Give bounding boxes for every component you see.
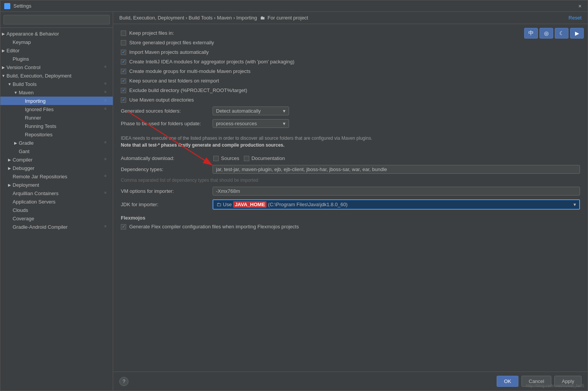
- toolbar-btn-4[interactable]: ▶: [570, 28, 584, 39]
- tree-arrow-icon: [19, 115, 25, 121]
- tree-label: Gradle: [19, 140, 103, 146]
- tree-label: Keymap: [13, 39, 110, 45]
- tree-arrow-icon: ▶: [6, 182, 13, 188]
- checkbox-label-store-generated[interactable]: Store generated project files externally: [121, 40, 214, 45]
- toolbar-btn-2[interactable]: ◎: [539, 28, 553, 39]
- tree-arrow-icon: [19, 123, 25, 129]
- sidebar-item-version-control[interactable]: ▶Version Control≡: [0, 63, 113, 71]
- sidebar-item-compiler[interactable]: ▶Compiler≡: [0, 155, 113, 164]
- tree-badge-icon: ≡: [104, 107, 110, 112]
- jdk-dropdown[interactable]: 🗀 Use JAVA_HOME (C:\Program Files\Java\j…: [213, 199, 580, 210]
- checkbox-label-keep-source[interactable]: Keep source and test folders on reimport: [121, 78, 219, 84]
- reset-button[interactable]: Reset: [569, 15, 582, 21]
- sidebar-item-ignored-files[interactable]: Ignored Files≡: [0, 105, 113, 113]
- app-icon: [4, 3, 10, 9]
- checkbox-create-groups[interactable]: [121, 69, 126, 74]
- sidebar-item-gradle[interactable]: ▶Gradle≡: [0, 139, 113, 147]
- sidebar-item-debugger[interactable]: ▶Debugger: [0, 164, 113, 172]
- sidebar-item-clouds[interactable]: Clouds: [0, 206, 113, 214]
- sidebar-item-running-tests[interactable]: Running Tests: [0, 122, 113, 130]
- checkbox-use-output[interactable]: [121, 97, 126, 103]
- sidebar-item-build-execution[interactable]: ▼Build, Execution, Deployment: [0, 71, 113, 80]
- tree-arrow-icon: ▼: [6, 81, 13, 87]
- generated-sources-label: Generated sources folders:: [121, 108, 209, 114]
- tree-label: Coverage: [13, 216, 110, 221]
- sidebar-item-runner[interactable]: Runner: [0, 113, 113, 122]
- checkbox-label-exclude-build[interactable]: Exclude build directory (%PROJECT_ROOT%/…: [121, 87, 247, 93]
- sidebar-item-plugins[interactable]: Plugins: [0, 55, 113, 63]
- search-input[interactable]: [3, 15, 110, 24]
- sidebar-item-gradle-android[interactable]: Gradle-Android Compiler≡: [0, 223, 113, 231]
- sidebar-item-maven[interactable]: ▼Maven≡: [0, 88, 113, 97]
- jdk-highlighted-text: JAVA_HOME: [233, 201, 266, 208]
- ok-button[interactable]: OK: [497, 376, 518, 387]
- toolbar-btn-1[interactable]: 中: [524, 28, 538, 39]
- search-box: [0, 12, 113, 28]
- tree-badge-icon: ≡: [104, 174, 110, 179]
- tree-label: Gant: [19, 149, 110, 154]
- checkbox-keep-project[interactable]: [121, 31, 126, 36]
- generated-sources-dropdown[interactable]: Detect automatically ▾: [213, 107, 289, 115]
- checkbox-label-create-groups[interactable]: Create module groups for multi-module Ma…: [121, 68, 250, 74]
- window-title: Settings: [13, 3, 576, 9]
- sidebar-item-keymap[interactable]: Keymap: [0, 38, 113, 46]
- phase-dropdown[interactable]: process-resources ▾: [213, 119, 289, 128]
- tree-label: Remote Jar Repositories: [13, 174, 103, 179]
- sources-checkbox[interactable]: [213, 156, 219, 161]
- checkbox-row-import-auto: Import Maven projects automatically: [121, 49, 580, 55]
- tree-arrow-icon: ▶: [13, 140, 19, 146]
- tree-arrow-icon: ▼: [0, 73, 6, 79]
- settings-panel: 中 ◎ ☾ ▶ Keep project files in:Store gene…: [113, 24, 588, 372]
- sidebar-item-importing[interactable]: Importing≡: [0, 97, 113, 105]
- checkbox-label-import-auto[interactable]: Import Maven projects automatically: [121, 49, 209, 55]
- folder-icon: 🗀: [216, 202, 221, 207]
- watermark: http://blog.csdn.net/huwei_fan5: [526, 383, 584, 388]
- tree-arrow-icon: ▶: [0, 47, 6, 53]
- checkbox-import-auto[interactable]: [121, 50, 126, 55]
- toolbar-icons: 中 ◎ ☾ ▶: [524, 28, 584, 39]
- titlebar: Settings ×: [0, 0, 588, 12]
- documentation-checkbox-label[interactable]: Documentation: [244, 155, 285, 161]
- toolbar-btn-3[interactable]: ☾: [555, 28, 569, 39]
- tree-label: Runner: [25, 115, 110, 121]
- sidebar-item-coverage[interactable]: Coverage: [0, 214, 113, 223]
- sidebar-item-editor[interactable]: ▶Editor: [0, 46, 113, 55]
- sidebar-item-remote-jar[interactable]: Remote Jar Repositories≡: [0, 172, 113, 181]
- sidebar-item-gant[interactable]: Gant: [0, 147, 113, 155]
- tree-label: Build Tools: [13, 81, 103, 87]
- auto-download-row: Automatically download: Sources Document…: [121, 155, 580, 161]
- checkbox-keep-source[interactable]: [121, 78, 126, 84]
- tree-arrow-icon: [19, 106, 25, 112]
- checkbox-label-keep-project[interactable]: Keep project files in:: [121, 30, 174, 36]
- documentation-checkbox[interactable]: [244, 156, 249, 161]
- tree-label: Appearance & Behavior: [6, 31, 110, 37]
- checkbox-store-generated[interactable]: [121, 40, 126, 45]
- close-button[interactable]: ×: [576, 2, 584, 10]
- checkbox-exclude-build[interactable]: [121, 88, 126, 93]
- tree-label: Application Servers: [13, 199, 110, 205]
- checkbox-label-create-modules[interactable]: Create IntelliJ IDEA modules for aggrega…: [121, 59, 294, 65]
- sidebar-item-app-servers[interactable]: Application Servers: [0, 197, 113, 206]
- checkbox-label-use-output[interactable]: Use Maven output directories: [121, 97, 194, 103]
- jdk-dropdown-arrow-icon: ▾: [573, 202, 576, 207]
- generated-sources-row: Generated sources folders: Detect automa…: [121, 107, 580, 115]
- checkboxes-container: Keep project files in:Store generated pr…: [121, 30, 580, 103]
- sidebar-item-build-tools[interactable]: ▼Build Tools≡: [0, 80, 113, 88]
- sidebar-item-appearance[interactable]: ▶Appearance & Behavior: [0, 29, 113, 38]
- flexmojos-checkbox[interactable]: [121, 224, 126, 229]
- vm-options-input[interactable]: [213, 187, 580, 196]
- sidebar-item-deployment[interactable]: ▶Deployment: [0, 181, 113, 189]
- dependency-types-input[interactable]: [213, 165, 580, 174]
- tree-arrow-icon: ▶: [6, 165, 13, 171]
- tree-label: Build, Execution, Deployment: [6, 73, 110, 79]
- checkbox-create-modules[interactable]: [121, 59, 126, 65]
- checkbox-text-keep-project: Keep project files in:: [129, 30, 174, 36]
- dropdown-arrow-icon: ▾: [283, 108, 286, 114]
- sidebar: ▶Appearance & BehaviorKeymap▶EditorPlugi…: [0, 12, 113, 391]
- help-button[interactable]: ?: [119, 377, 128, 386]
- flexmojos-checkbox-label[interactable]: Generate Flex compiler configuration fil…: [121, 224, 580, 229]
- sources-checkbox-label[interactable]: Sources: [213, 155, 239, 161]
- sidebar-item-arquillian[interactable]: Arquillian Containers≡: [0, 189, 113, 197]
- sidebar-item-repositories[interactable]: Repositories: [0, 130, 113, 139]
- sources-label: Sources: [221, 155, 239, 161]
